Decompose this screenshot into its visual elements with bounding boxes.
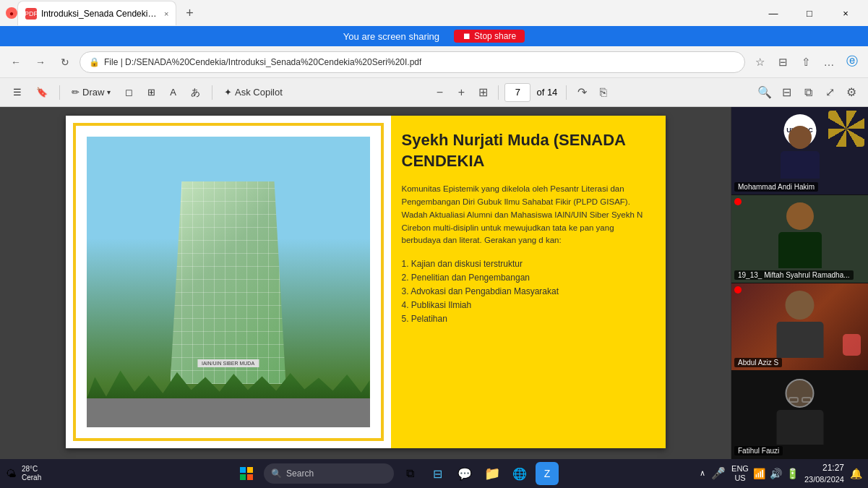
stop-icon: ⏹ — [463, 31, 471, 41]
address-bar: ← → ↻ 🔒 File | D:/SENADA%20Cendekia/Intr… — [0, 46, 868, 78]
person3-head — [786, 291, 815, 320]
separator-4 — [566, 85, 567, 100]
wifi-icon: 📶 — [753, 468, 765, 479]
new-tab-button[interactable]: + — [179, 3, 199, 23]
pdf-view: IAIN/UIN SIBER MUDA Syekh Nurjati Muda (… — [0, 107, 731, 459]
svg-rect-1 — [247, 467, 253, 473]
tab-button[interactable]: ⊟ — [773, 52, 793, 72]
weather-info: 28°C Cerah — [22, 465, 41, 482]
maximize-button[interactable]: □ — [793, 0, 826, 26]
search-pdf-button[interactable]: 🔍 — [755, 83, 774, 102]
expand-button[interactable]: ⤢ — [820, 83, 839, 102]
panel3-accent — [843, 334, 861, 356]
person4-body — [776, 410, 823, 445]
address-actions: ☆ ⊟ ⇧ … ⓔ — [749, 52, 862, 72]
taskbar: 🌤 28°C Cerah 🔍 Search ⧉ ⊟ 💬 📁 🌐 Z ∧ 🎤 — [0, 459, 868, 488]
building-image: IAIN/UIN SIBER MUDA — [87, 137, 370, 427]
forward-button[interactable]: → — [30, 52, 51, 72]
taskbar-center: 🔍 Search ⧉ ⊟ 💬 📁 🌐 Z — [93, 461, 700, 487]
zoom-button[interactable]: Z — [536, 462, 559, 485]
video-panel-3: Abdul Aziz S — [731, 283, 868, 372]
svg-rect-2 — [240, 474, 246, 480]
language-label: ENG US — [731, 464, 749, 483]
draw-label: Draw — [82, 87, 104, 98]
tab-area: PDF Introduksi_Senada Cendekia Ser... × … — [17, 1, 757, 25]
settings-button[interactable]: … — [819, 52, 839, 72]
extract-button[interactable]: ⎘ — [594, 83, 613, 102]
share-button[interactable]: ⇧ — [796, 52, 816, 72]
widgets-button[interactable]: ⊟ — [426, 462, 449, 485]
print-button[interactable]: ⊞ — [142, 82, 161, 103]
svg-rect-0 — [240, 467, 246, 473]
taskview-button[interactable]: ⧉ — [398, 462, 421, 485]
eraser-button[interactable]: ◻ — [119, 82, 139, 103]
building-sign: IAIN/UIN SIBER MUDA — [197, 359, 259, 367]
person4-head — [786, 379, 815, 408]
refresh-button[interactable]: ↻ — [55, 52, 75, 72]
chat-button[interactable]: 💬 — [453, 462, 476, 485]
pdf-slide-title: Syekh Nurjati Muda (SENADA CENDEKIA — [402, 130, 655, 171]
pdf-list: 1. Kajian dan diskusi terstruktur 2. Pen… — [402, 259, 655, 324]
zoom-out-button[interactable]: − — [430, 83, 449, 102]
back-button[interactable]: ← — [6, 52, 26, 72]
view-mode-button[interactable]: ⊟ — [777, 83, 796, 102]
ask-copilot-label: Ask Copilot — [235, 87, 283, 98]
start-button[interactable] — [233, 461, 259, 487]
url-box[interactable]: 🔒 File | D:/SENADA%20Cendekia/Introduksi… — [80, 51, 745, 73]
align-button[interactable]: ☰ — [7, 82, 27, 103]
edge-icon: ⓔ — [842, 52, 862, 72]
list-item: 4. Publikasi Ilmiah — [402, 300, 655, 310]
bookmark-button[interactable]: 🔖 — [30, 82, 53, 103]
zoom-in-button[interactable]: + — [452, 83, 470, 102]
recording-indicator-3 — [734, 286, 742, 294]
clock[interactable]: 21:27 23/08/2024 — [804, 463, 844, 484]
favorites-button[interactable]: ☆ — [749, 52, 770, 72]
panel-4-label: Fatihul Fauzi — [734, 446, 783, 455]
read-button[interactable]: あ — [185, 82, 206, 103]
browser-taskbar-button[interactable]: 🌐 — [508, 462, 531, 485]
taskbar-right: ∧ 🎤 ENG US 📶 🔊 🔋 21:27 23/08/2024 🔔 — [700, 463, 862, 484]
pdf-description: Komunitas Epistemik yang dikelola oleh P… — [402, 183, 655, 247]
search-bar[interactable]: 🔍 Search — [264, 463, 394, 484]
page-total: of 14 — [536, 87, 557, 98]
page-number-input[interactable] — [504, 83, 530, 102]
video-panel-2: 19_13_ Miftah Syahrul Ramadha... — [731, 195, 868, 283]
separator-2 — [212, 85, 212, 100]
condition: Cerah — [22, 474, 41, 482]
battery-icon: 🔋 — [786, 468, 799, 479]
stop-share-button[interactable]: ⏹ Stop share — [454, 30, 525, 43]
url-text: File | D:/SENADA%20Cendekia/Introduksi_S… — [104, 57, 421, 67]
browser-tab[interactable]: PDF Introduksi_Senada Cendekia Ser... × — [17, 1, 176, 25]
system-tray: ENG US 📶 🔊 🔋 — [731, 464, 799, 483]
ask-copilot-button[interactable]: ✦ Ask Copilot — [218, 82, 288, 103]
title-bar-controls: — □ × — [757, 0, 862, 26]
sharing-status-text: You are screen sharing — [343, 31, 439, 42]
file-explorer-button[interactable]: 📁 — [481, 462, 504, 485]
rotate-button[interactable]: ↷ — [572, 83, 591, 102]
minimize-button[interactable]: — — [757, 0, 790, 26]
panel1-decoration — [828, 111, 864, 147]
fit-page-button[interactable]: ⊞ — [473, 83, 492, 102]
tab-favicon: PDF — [25, 8, 37, 20]
glasses-icon — [788, 397, 812, 403]
temperature: 28°C — [22, 465, 41, 474]
draw-icon: ✏ — [72, 87, 80, 98]
tab-close-button[interactable]: × — [164, 9, 168, 18]
font-button[interactable]: A — [164, 82, 182, 103]
person2-head — [786, 202, 814, 230]
stop-share-label: Stop share — [474, 31, 516, 41]
window-close-small[interactable]: ● — [6, 7, 17, 19]
panel-3-background — [731, 283, 868, 371]
close-button[interactable]: × — [829, 0, 862, 26]
volume-icon: 🔊 — [770, 468, 782, 479]
pdf-text-section: Syekh Nurjati Muda (SENADA CENDEKIA Komu… — [391, 116, 666, 448]
separator-1 — [59, 85, 60, 100]
notification-button[interactable]: 🔔 — [850, 468, 862, 479]
panel-1-label: Mohammad Andi Hakim — [734, 182, 818, 192]
search-placeholder: Search — [286, 468, 314, 479]
draw-button[interactable]: ✏ Draw ▾ — [66, 82, 116, 103]
pdf-settings-button[interactable]: ⚙ — [842, 83, 861, 102]
more-tools-button[interactable]: ⧉ — [799, 83, 817, 102]
show-hidden-icons[interactable]: ∧ — [700, 468, 705, 478]
person3-body — [776, 322, 823, 358]
